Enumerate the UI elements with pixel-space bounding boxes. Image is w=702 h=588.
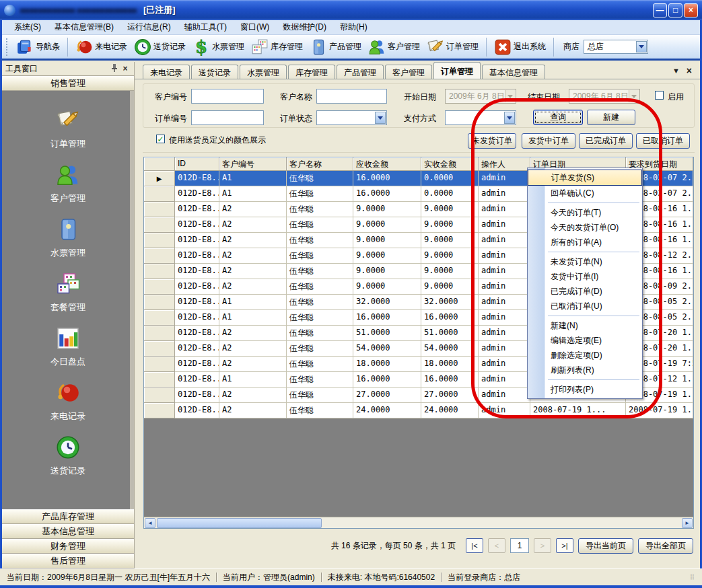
order-status-select[interactable] (316, 110, 387, 125)
start-date-picker[interactable]: 2009年 6月 8日 (445, 89, 516, 104)
scrollbar-thumb[interactable] (157, 518, 322, 528)
toolbar-button-inventory[interactable]: 库存管理 (248, 37, 306, 57)
context-menu-item[interactable]: 今天的发货订单(O) (528, 220, 642, 235)
status-filter-button-3[interactable]: 已完成订单 (579, 133, 633, 149)
menubar-item[interactable]: 窗口(W) (234, 20, 276, 35)
sidebar-group-bar[interactable]: 财务管理 (2, 539, 134, 554)
context-menu-item[interactable]: 发货中订单(I) (528, 269, 642, 284)
row-selector[interactable] (144, 295, 175, 310)
grid-column-header[interactable]: 应收金额 (353, 157, 421, 171)
next-page-button[interactable]: > (534, 538, 551, 553)
grid-column-header[interactable]: 操作人 (479, 157, 530, 171)
tab-3[interactable]: 水票管理 (240, 65, 287, 79)
tab-2[interactable]: 送货记录 (191, 65, 238, 79)
row-selector[interactable] (144, 372, 175, 388)
sidebar-group-sales[interactable]: 销售管理 (2, 76, 134, 91)
export-current-page-button[interactable]: 导出当前页 (578, 538, 633, 554)
horizontal-scrollbar[interactable]: ◄ ► (144, 517, 693, 528)
grid-column-header[interactable]: 客户编号 (219, 157, 287, 171)
toolbar-button-customers[interactable]: 客户管理 (365, 37, 423, 57)
toolbar-button-product[interactable]: 产品管理 (306, 37, 365, 57)
row-selector[interactable] (144, 357, 175, 372)
row-selector[interactable] (144, 264, 175, 279)
grid-column-header[interactable]: ID (175, 157, 219, 171)
row-selector[interactable] (144, 388, 175, 403)
context-menu-item[interactable]: 打印列表(P) (528, 382, 642, 397)
toolbar-button-navbar[interactable]: 导航条 (13, 37, 63, 57)
status-filter-button-1[interactable]: 未发货订单 (468, 133, 516, 149)
toolbar-button-exit[interactable]: 退出系统 (491, 37, 549, 57)
color-display-checkbox[interactable] (156, 135, 165, 143)
menubar-item[interactable]: 数据维护(D) (276, 20, 333, 35)
context-menu-item[interactable]: 已取消订单(U) (528, 299, 642, 314)
menubar-item[interactable]: 运行信息(R) (120, 20, 178, 35)
tab-5[interactable]: 产品管理 (337, 65, 384, 79)
close-button[interactable]: × (684, 3, 698, 17)
row-selector[interactable] (144, 341, 175, 357)
context-menu-item[interactable]: 编辑选定项(E) (528, 333, 642, 348)
payment-select[interactable] (445, 110, 516, 125)
tab-8[interactable]: 基本信息管理 (482, 65, 545, 79)
row-selector[interactable] (144, 186, 175, 202)
row-selector[interactable] (144, 326, 175, 341)
row-selector[interactable] (144, 202, 175, 217)
tab-4[interactable]: 库存管理 (288, 65, 335, 79)
chevron-down-icon[interactable] (636, 41, 647, 52)
sidebar-item-orders[interactable]: 订单管理 (50, 108, 85, 150)
sidebar-item-product[interactable]: 水票管理 (50, 217, 85, 259)
toolbar-button-bell[interactable]: 来电记录 (72, 37, 131, 57)
context-menu-item[interactable]: 所有的订单(A) (528, 235, 642, 250)
row-selector[interactable] (144, 248, 175, 264)
customer-no-input[interactable] (191, 89, 264, 104)
pin-icon[interactable] (109, 63, 120, 75)
sidebar-item-clock[interactable]: 送货记录 (50, 435, 85, 477)
customer-name-input[interactable] (316, 89, 387, 104)
sidebar-group-bar[interactable]: 产品库存管理 (2, 509, 134, 524)
tab-1[interactable]: 来电记录 (143, 65, 190, 79)
context-menu-item[interactable]: 订单发货(S) (528, 170, 642, 186)
sidebar-item-bell[interactable]: 来电记录 (50, 381, 85, 422)
row-selector[interactable] (144, 279, 175, 295)
last-page-button[interactable]: >| (556, 538, 573, 553)
row-selector[interactable] (144, 403, 175, 418)
end-date-picker[interactable]: 2009年 6月 8日 (569, 89, 640, 104)
sidebar-group-bar[interactable]: 售后管理 (2, 554, 134, 568)
context-menu-item[interactable]: 刷新列表(R) (528, 363, 642, 377)
sidebar-item-customers[interactable]: 客户管理 (50, 163, 85, 205)
row-selector[interactable] (144, 233, 175, 248)
context-menu-item[interactable]: 已完成订单(D) (528, 284, 642, 299)
order-no-input[interactable] (191, 110, 264, 125)
tab-dropdown-icon[interactable]: ▼ (672, 67, 680, 75)
new-button[interactable]: 新建 (587, 110, 635, 125)
shop-select[interactable]: 总店 (584, 40, 648, 54)
sidebar-item-chart[interactable]: 今日盘点 (50, 326, 85, 368)
row-selector-current[interactable]: ▶ (144, 171, 175, 186)
menubar-item[interactable]: 系统(S) (7, 20, 48, 35)
toolbar-button-orders[interactable]: 订单管理 (423, 37, 482, 57)
tab-7[interactable]: 订单管理 (433, 62, 481, 79)
status-filter-button-4[interactable]: 已取消订单 (636, 133, 690, 149)
sidebar-group-bar[interactable]: 基本信息管理 (2, 524, 134, 539)
table-row[interactable]: 012D-E8...A2伍华聪24.000024.0000admin2008-0… (144, 403, 693, 418)
scroll-right-icon[interactable]: ► (682, 518, 693, 528)
sidebar-scrollbar[interactable] (130, 91, 134, 509)
tab-close-icon[interactable]: × (687, 65, 692, 76)
prev-page-button[interactable]: < (488, 538, 505, 553)
row-selector[interactable] (144, 217, 175, 233)
menubar-item[interactable]: 基本信息管理(B) (48, 20, 120, 35)
maximize-button[interactable]: □ (668, 3, 682, 17)
resize-grip-icon[interactable]: ⠿ (690, 574, 695, 581)
context-menu-item[interactable]: 新建(N) (528, 318, 642, 333)
grid-column-header[interactable]: 实收金额 (421, 157, 479, 171)
context-menu-item[interactable]: 未发货订单(N) (528, 254, 642, 269)
menubar-item[interactable]: 辅助工具(T) (178, 20, 234, 35)
context-menu-item[interactable]: 今天的订单(T) (528, 205, 642, 220)
toolbar-button-clock[interactable]: 送货记录 (131, 37, 189, 57)
toolbar-button-dollar[interactable]: $水票管理 (189, 37, 248, 57)
page-number-input[interactable] (510, 538, 529, 553)
scroll-left-icon[interactable]: ◄ (145, 518, 155, 528)
row-selector[interactable] (144, 310, 175, 326)
export-all-pages-button[interactable]: 导出全部页 (638, 538, 693, 554)
context-menu-item[interactable]: 删除选定项(D) (528, 348, 642, 363)
query-button[interactable]: 查询 (533, 110, 583, 125)
